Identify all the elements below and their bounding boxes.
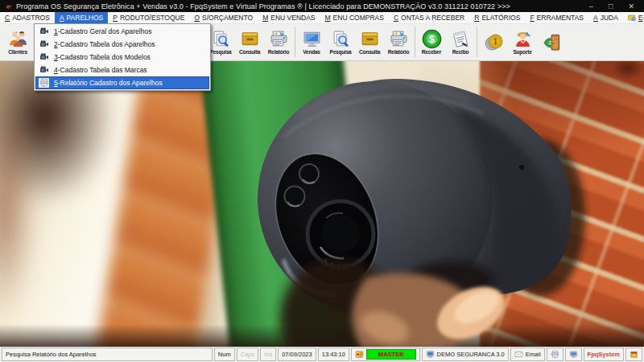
toolbar-separator [477,27,477,57]
status-insert: Ins [260,348,276,361]
svg-text:EXIT: EXIT [552,36,557,39]
menu-item-label: 1-Cadastro Geral dos Aparelhos [54,27,151,35]
status-message: Pesquisa Relatório dos Aparelhos [2,348,213,361]
status-time: 13:43:10 [318,348,349,361]
exit-door-icon: EXIT [542,32,562,52]
computer-icon [426,350,435,359]
toolbar-button-label: Relatório [268,49,289,55]
toolbar-button-sair[interactable]: EXIT [537,23,566,60]
menu-cadastros[interactable]: CADASTROS [0,12,55,23]
printer-icon [389,29,409,49]
status-print-button[interactable] [547,348,564,361]
toolbar-button-recibo[interactable]: Recibo [446,23,475,60]
support-icon [513,29,533,49]
toolbar-separator [295,27,295,57]
toolbar-button-label: Vendas [303,49,320,55]
search-doc-icon [211,29,231,49]
toolbar-button-label: Recibo [452,49,469,55]
maximize-button[interactable]: □ [609,2,613,10]
status-user-badge: MASTER [366,349,416,360]
security-camera [0,60,644,348]
statusbar: Pesquisa Relatório dos Aparelhos Num Cap… [0,347,644,362]
menubar: CADASTROS APARELHOS PRODUTO/ESTOQUE OS/O… [0,12,644,24]
camera-icon [39,39,49,49]
menu-item-label: 4-Cadastro Tabela das Marcas [54,66,147,74]
status-email-button[interactable]: Email [510,348,545,361]
certificate-icon [355,350,364,359]
menu-item-cadastro-tabela-aparelhos[interactable]: 2-Cadastro Tabela dos Aparelhos [35,38,209,51]
menu-item-label: 2-Cadastro Tabela dos Aparelhos [54,40,155,48]
box-icon [630,350,638,359]
aparelhos-dropdown-menu: 1-Cadastro Geral dos Aparelhos 2-Cadastr… [34,23,211,91]
drawer-icon [360,29,380,49]
toolbar-button-vendas[interactable]: Vendas [297,23,326,60]
toolbar-button-label: Clientes [8,49,27,55]
toolbar-button-label: Pesquisa [330,49,352,55]
status-fpq-button[interactable] [625,348,642,361]
window-title: Programa OS Segurança Eletrônica + Venda… [16,2,586,10]
svg-text:$: $ [429,34,435,45]
printer-icon [269,29,289,49]
report-icon [39,78,49,88]
email-icon [628,14,636,22]
toolbar-separator [415,27,415,57]
toolbar-button-label: Suporte [513,49,531,55]
toolbar-button-label: Relatório [388,49,409,55]
status-brand: FpqSystem [584,348,624,361]
toolbar-button-label: Consulta [359,49,380,55]
printer-small-icon [551,350,559,359]
coin-icon [484,32,504,52]
menu-menu-compras[interactable]: MENU COMPRAS [320,12,389,23]
toolbar-button-relatorio-1[interactable]: Relatório [264,23,293,60]
menu-item-cadastro-geral-aparelhos[interactable]: 1-Cadastro Geral dos Aparelhos [35,25,209,38]
app-logo-icon [4,2,13,10]
app-window: Programa OS Segurança Eletrônica + Venda… [0,0,644,362]
status-caps-lock: Caps [237,348,259,361]
status-monitor-button[interactable] [565,348,582,361]
menu-ferramentas[interactable]: FERRAMENTAS [525,12,588,23]
menu-item-label: 5-Relatório Cadastro dos Aparelhos [54,79,163,87]
toolbar-button-relatorio-2[interactable]: Relatório [384,23,413,60]
menu-item-label: 3-Cadastro Tabela dos Modelos [54,53,151,61]
toolbar-button-consulta-1[interactable]: Consulta [235,23,264,60]
toolbar-button-suporte[interactable]: Suporte [508,23,537,60]
toolbar-button-receber[interactable]: $ Receber [417,23,446,60]
menu-email-label: E-MAIL [638,14,644,22]
toolbar-button-label: Receber [422,49,441,55]
camera-icon [39,27,49,36]
status-company: DEMO SEGURANCA 3.0 [422,348,509,361]
toolbar-button-clientes[interactable]: Clientes [0,23,35,60]
camera-photo [0,60,644,348]
minimize-button[interactable]: – [589,2,593,10]
camera-screw [519,165,524,170]
monitor-small-icon [569,350,578,359]
titlebar: Programa OS Segurança Eletrônica + Venda… [0,0,644,12]
menu-item-cadastro-tabela-marcas[interactable]: 4-Cadastro Tabela das Marcas [35,64,209,76]
receipt-icon [451,29,471,49]
menu-aparelhos[interactable]: APARELHOS [55,12,108,23]
toolbar-button-moeda[interactable] [479,23,508,60]
drawer-icon [240,29,260,49]
menu-menu-vendas[interactable]: MENU VENDAS [258,12,320,23]
search-doc-icon [331,29,351,49]
toolbar-button-label: Consulta [239,49,260,55]
camera-icon [39,65,49,75]
dollar-icon: $ [422,29,442,49]
toolbar-button-label: Pesquisa [210,49,232,55]
envelope-icon [514,350,523,359]
toolbar-button-pesquisa-2[interactable]: Pesquisa [326,23,355,60]
toolbar-button-consulta-2[interactable]: Consulta [355,23,384,60]
camera-icon [39,52,49,62]
status-date: 07/09/2023 [278,348,316,361]
menu-item-cadastro-tabela-modelos[interactable]: 3-Cadastro Tabela dos Modelos [35,51,209,64]
close-button[interactable]: ✕ [628,2,634,10]
menu-email[interactable]: E-MAIL [623,12,644,23]
status-num-lock: Num [214,348,235,361]
menu-produto-estoque[interactable]: PRODUTO/ESTOQUE [108,12,189,23]
menu-contas-a-receber[interactable]: CONTAS A RECEBER [389,12,469,23]
menu-item-relatorio-cadastro-aparelhos[interactable]: 5-Relatório Cadastro dos Aparelhos [35,76,209,89]
monitor-icon [302,29,322,49]
menu-ajuda[interactable]: AJUDA [588,12,623,23]
menu-relatorios[interactable]: RELATÓRIOS [469,12,525,23]
menu-os-orcamento[interactable]: OS/ORÇAMENTO [189,12,258,23]
